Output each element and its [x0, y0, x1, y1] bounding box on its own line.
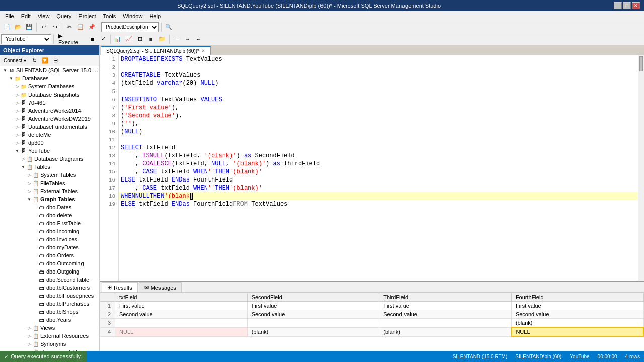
tree-expand-icon[interactable]: ▼	[2, 67, 8, 73]
code-editor[interactable]: 12345678910111213141516171819 DROP TABLE…	[100, 55, 644, 281]
outdent-button[interactable]: ←	[194, 34, 204, 44]
tree-expand-icon[interactable]	[32, 301, 38, 307]
tree-item[interactable]: ▷📁System Databases	[0, 82, 99, 90]
tree-expand-icon[interactable]: ▷	[14, 132, 20, 138]
tree-expand-icon[interactable]: ▷	[14, 116, 20, 122]
code-line[interactable]	[119, 87, 638, 96]
server-dropdown[interactable]: YouTube	[1, 34, 51, 44]
tree-item[interactable]: ▷📋Synonyms	[0, 340, 99, 348]
code-line[interactable]	[119, 136, 638, 144]
tree-expand-icon[interactable]: ▼	[8, 75, 14, 81]
menu-tools[interactable]: Tools	[100, 12, 119, 20]
tree-item[interactable]: 🗃dbo.Orders	[0, 251, 99, 259]
tree-expand-icon[interactable]	[32, 212, 38, 218]
results-table-container[interactable]: txtField SecondField ThirdField FourthFi…	[100, 293, 644, 351]
menu-view[interactable]: View	[35, 12, 53, 20]
menu-file[interactable]: File	[2, 12, 17, 20]
tree-item[interactable]: 🗃dbo.tblShops	[0, 308, 99, 316]
save-button[interactable]: 💾	[24, 22, 34, 32]
tree-item[interactable]: ▷🗄deleteMe	[0, 131, 99, 139]
tree-item[interactable]: ▷🗄AdventureWorks2014	[0, 107, 99, 115]
results-to-text[interactable]: ≡	[146, 34, 156, 44]
tree-expand-icon[interactable]	[32, 317, 38, 323]
tree-expand-icon[interactable]	[32, 244, 38, 250]
include-live-stats[interactable]: 📈	[124, 34, 134, 44]
tree-expand-icon[interactable]: ▷	[26, 333, 32, 339]
tree-expand-icon[interactable]	[32, 260, 38, 266]
tab-close-icon[interactable]: ✕	[201, 48, 205, 53]
tree-item[interactable]: 🗃dbo.SecondTable	[0, 276, 99, 284]
tree-item[interactable]: 🗃dbo.Years	[0, 316, 99, 324]
code-line[interactable]: , CASE txtField WHEN '' THEN '(blank)'	[119, 184, 638, 192]
tree-item[interactable]: 🗃dbo.tblCustomers	[0, 284, 99, 292]
tree-item[interactable]: ▷🗄70-461	[0, 99, 99, 107]
collapse-button[interactable]: ⊟	[50, 56, 60, 66]
code-line[interactable]: ELSE txtField END as FourthField	[119, 176, 638, 184]
tree-item[interactable]: ▷📋System Tables	[0, 171, 99, 179]
tree-expand-icon[interactable]	[32, 204, 38, 210]
code-content[interactable]: DROP TABLE IF EXISTS TextValuesCREATE TA…	[119, 55, 638, 281]
tree-item[interactable]: ▷🗄DatabaseFundamentals	[0, 123, 99, 131]
tree-expand-icon[interactable]	[32, 309, 38, 315]
code-line[interactable]	[119, 63, 638, 71]
undo-button[interactable]: ↩	[39, 22, 49, 32]
code-line[interactable]: SELECT txtField	[119, 144, 638, 152]
tree-item[interactable]: 🗃dbo.Incoming	[0, 227, 99, 235]
tree-item[interactable]: ▷🗄AdventureWorksDW2019	[0, 115, 99, 123]
new-button[interactable]: 📄	[2, 22, 12, 32]
code-line[interactable]: INSERT INTO TextValues VALUES	[119, 96, 638, 104]
comment-button[interactable]: --	[172, 34, 182, 44]
code-line[interactable]: , CASE txtField WHEN '' THEN '(blank)'	[119, 168, 638, 176]
tree-item[interactable]: ▼📁Databases	[0, 74, 99, 82]
menu-edit[interactable]: Edit	[18, 12, 34, 20]
parse-button[interactable]: ✓	[98, 34, 108, 44]
connect-button[interactable]: Connect ▾	[1, 56, 29, 66]
tree-item[interactable]: ▷📋FileTables	[0, 179, 99, 187]
tree-item[interactable]: 🗃dbo.Outcoming	[0, 259, 99, 267]
results-to-grid[interactable]: ⊞	[135, 34, 145, 44]
code-line[interactable]: WHEN NULL THEN '(blank|	[119, 192, 638, 200]
window-controls[interactable]: — □ ✕	[614, 2, 640, 9]
code-line[interactable]: (txtField varchar(20) NULL)	[119, 79, 638, 87]
include-actual-plan[interactable]: 📊	[113, 34, 123, 44]
cut-button[interactable]: ✂	[64, 22, 74, 32]
tree-expand-icon[interactable]: ▷	[20, 156, 26, 162]
tree-expand-icon[interactable]	[32, 252, 38, 258]
query-tab[interactable]: SQLQuery2.sql - SI...LENTAND\plb (60))* …	[101, 46, 211, 55]
cancel-button[interactable]: ⏹	[87, 34, 97, 44]
tree-expand-icon[interactable]: ▷	[26, 341, 32, 347]
menu-window[interactable]: Window	[120, 12, 145, 20]
tree-expand-icon[interactable]	[32, 277, 38, 283]
tree-item[interactable]: ▷📋Database Diagrams	[0, 155, 99, 163]
open-button[interactable]: 📂	[13, 22, 23, 32]
tree-item[interactable]: 🗃dbo.tblHouseprices	[0, 292, 99, 300]
tree-item[interactable]: 🗃dbo.delete	[0, 211, 99, 219]
tree-expand-icon[interactable]: ▷	[14, 124, 20, 130]
tree-expand-icon[interactable]	[32, 228, 38, 234]
copy-button[interactable]: 📋	[75, 22, 86, 32]
tree-item[interactable]: ▷📁Database Snapshots	[0, 90, 99, 99]
tree-item[interactable]: ▼📋Tables	[0, 163, 99, 171]
tree-expand-icon[interactable]: ▷	[14, 108, 20, 114]
tree-expand-icon[interactable]: ▷	[26, 180, 32, 186]
tree-item[interactable]: 🗃dbo.myDates	[0, 243, 99, 251]
redo-button[interactable]: ↪	[50, 22, 60, 32]
code-line[interactable]: (NULL)	[119, 128, 638, 136]
tree-item[interactable]: ▷📋Views	[0, 324, 99, 332]
menu-project[interactable]: Project	[75, 12, 99, 20]
tree-expand-icon[interactable]: ▷	[14, 100, 20, 106]
code-line[interactable]: CREATE TABLE TextValues	[119, 71, 638, 79]
execute-button[interactable]: ▶ Execute	[56, 34, 86, 44]
tree-expand-icon[interactable]	[32, 268, 38, 275]
tree-item[interactable]: 🗃dbo.Dates	[0, 203, 99, 211]
code-line[interactable]: ELSE txtField END as FourthFieldFROM Tex…	[119, 200, 638, 208]
tree-expand-icon[interactable]	[32, 285, 38, 291]
tree-expand-icon[interactable]: ▼	[26, 196, 32, 202]
tree-expand-icon[interactable]	[32, 293, 38, 299]
minimize-button[interactable]: —	[614, 2, 622, 9]
code-line[interactable]: , COALESCE(txtField, NULL, '(blank)') as…	[119, 160, 638, 168]
code-line[interactable]: , ISNULL(txtField, '(blank)') as SecondF…	[119, 152, 638, 160]
code-line[interactable]: (''),	[119, 120, 638, 128]
refresh-button[interactable]: ↻	[29, 56, 39, 66]
paste-button[interactable]: 📌	[87, 22, 97, 32]
